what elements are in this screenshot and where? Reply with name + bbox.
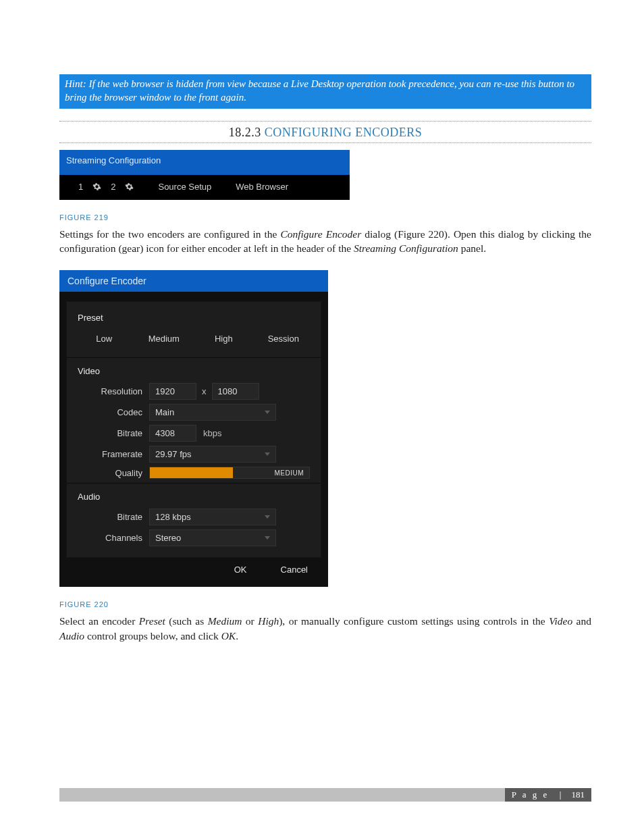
paragraph-2: Select an encoder Preset (such as Medium… <box>59 614 591 643</box>
text: Preset <box>139 615 165 627</box>
text: ), or manually configure custom settings… <box>279 615 549 627</box>
bitrate-label: Bitrate <box>78 428 149 438</box>
preset-low-button[interactable]: Low <box>78 330 131 348</box>
text: Settings for the two encoders are config… <box>59 228 280 240</box>
text: panel. <box>458 242 486 254</box>
figure-220-caption: FIGURE 220 <box>59 600 591 608</box>
codec-field: Codec Main <box>78 404 310 421</box>
audio-bitrate-select[interactable]: 128 kbps <box>149 509 276 525</box>
preset-medium-button[interactable]: Medium <box>138 330 191 348</box>
page-label: P a g e <box>512 789 549 800</box>
page-number-box: P a g e | 181 <box>505 788 591 802</box>
text: Configure Encoder <box>280 228 361 240</box>
text: Medium <box>208 615 242 627</box>
text: or <box>242 615 258 627</box>
chevron-down-icon <box>265 452 270 456</box>
quality-slider[interactable]: MEDIUM <box>149 467 310 479</box>
video-group-label: Video <box>78 366 310 376</box>
text: (such as <box>165 615 208 627</box>
channels-label: Channels <box>78 533 149 543</box>
page-sep <box>553 789 555 800</box>
divider <box>59 142 591 143</box>
chevron-down-icon <box>265 411 270 414</box>
page-sep: | <box>560 789 562 800</box>
section-heading: 18.2.3 CONFIGURING ENCODERS <box>59 126 591 140</box>
preset-row: Low Medium High Session <box>78 330 310 348</box>
paragraph-1: Settings for the two encoders are config… <box>59 227 591 256</box>
dialog-footer: OK Cancel <box>62 558 325 583</box>
cancel-button[interactable]: Cancel <box>281 565 308 575</box>
configure-encoder-title: Configure Encoder <box>59 270 328 292</box>
resolution-separator: x <box>196 386 212 396</box>
chevron-down-icon <box>265 515 270 519</box>
divider <box>67 483 321 484</box>
codec-value: Main <box>155 407 174 417</box>
resolution-label: Resolution <box>78 386 149 396</box>
section-number: 18.2.3 <box>229 126 261 139</box>
bitrate-input[interactable]: 4308 <box>149 425 196 442</box>
text: control groups below, and click <box>84 630 221 642</box>
framerate-value: 29.97 fps <box>155 449 192 459</box>
divider <box>59 121 591 122</box>
gear-icon[interactable] <box>125 182 134 191</box>
chevron-down-icon <box>265 536 270 540</box>
resolution-field: Resolution 1920 x 1080 <box>78 383 310 400</box>
codec-select[interactable]: Main <box>149 404 276 421</box>
quality-label: Quality <box>78 468 149 478</box>
text: . <box>236 630 238 642</box>
text: Streaming Configuration <box>354 242 458 254</box>
bitrate-field: Bitrate 4308 kbps <box>78 425 310 442</box>
divider <box>67 357 321 358</box>
codec-label: Codec <box>78 407 149 417</box>
text: Video <box>549 615 572 627</box>
framerate-label: Framerate <box>78 449 149 459</box>
resolution-height-input[interactable]: 1080 <box>212 383 259 400</box>
text: Audio <box>59 630 84 642</box>
quality-slider-value: MEDIUM <box>274 467 304 478</box>
audio-bitrate-field: Bitrate 128 kbps <box>78 509 310 525</box>
framerate-field: Framerate 29.97 fps <box>78 446 310 463</box>
audio-bitrate-label: Bitrate <box>78 512 149 522</box>
figure-219-caption: FIGURE 219 <box>59 213 591 221</box>
page-number: 181 <box>572 789 585 800</box>
section-title: CONFIGURING ENCODERS <box>265 126 423 139</box>
audio-bitrate-value: 128 kbps <box>155 512 191 522</box>
audio-group-label: Audio <box>78 492 310 502</box>
streaming-config-menu: 1 2 Source Setup Web Browser <box>59 175 350 200</box>
web-browser-label[interactable]: Web Browser <box>236 182 288 192</box>
channels-select[interactable]: Stereo <box>149 529 276 546</box>
ok-button[interactable]: OK <box>234 565 247 575</box>
text: Select an encoder <box>59 615 139 627</box>
channels-field: Channels Stereo <box>78 529 310 546</box>
configure-encoder-screenshot: Configure Encoder Preset Low Medium High… <box>59 270 328 587</box>
encoder-selectors: 1 2 <box>78 182 134 192</box>
gear-icon[interactable] <box>92 182 101 191</box>
framerate-select[interactable]: 29.97 fps <box>149 446 276 463</box>
text: OK <box>221 630 236 642</box>
bitrate-unit: kbps <box>203 428 221 438</box>
encoder-1-number: 1 <box>78 182 83 192</box>
page-footer: P a g e | 181 <box>59 788 591 802</box>
quality-field: Quality MEDIUM <box>78 467 310 479</box>
preset-group-label: Preset <box>78 313 310 323</box>
preset-high-button[interactable]: High <box>197 330 250 348</box>
text: and <box>572 615 591 627</box>
source-setup-label[interactable]: Source Setup <box>158 182 211 192</box>
text: High <box>258 615 279 627</box>
hint-callout: Hint: If the web browser is hidden from … <box>59 74 591 109</box>
preset-session-button[interactable]: Session <box>257 330 311 348</box>
streaming-config-title: Streaming Configuration <box>59 150 350 175</box>
streaming-configuration-screenshot: Streaming Configuration 1 2 Source Setup… <box>59 150 350 200</box>
resolution-width-input[interactable]: 1920 <box>149 383 196 400</box>
quality-slider-fill <box>150 467 233 478</box>
page-number <box>565 789 567 800</box>
channels-value: Stereo <box>155 533 181 543</box>
encoder-2-number: 2 <box>111 182 115 192</box>
